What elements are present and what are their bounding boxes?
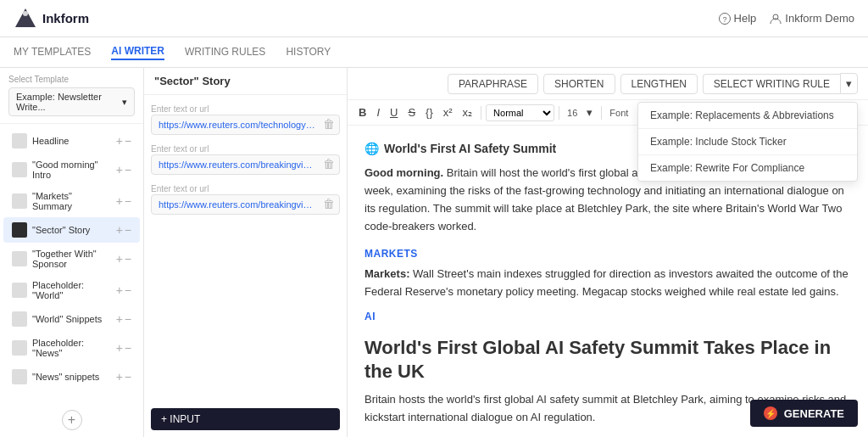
dropdown-item-1[interactable]: Example: Replacements & Abbreviations	[638, 103, 857, 129]
generate-icon: ⚡	[764, 406, 777, 420]
intro-bold: Good morning.	[364, 166, 443, 179]
url-delete-3[interactable]: 🗑	[323, 197, 335, 210]
item-icon	[12, 369, 27, 384]
add-item-button[interactable]: +	[62, 410, 82, 430]
logo: Inkform	[14, 7, 89, 31]
item-icon	[12, 251, 27, 266]
select-writing-rule: SELECT WRITING RULE ▾	[703, 73, 858, 94]
sidebar-item-world-snippets[interactable]: "World" Snippets + −	[3, 306, 140, 332]
url-item-1: Enter text or url https://www.reuters.co…	[151, 102, 340, 135]
paragraph-style-select[interactable]: Normal Heading 1 Heading 2	[486, 104, 554, 121]
tab-my-templates[interactable]: MY TEMPLATES	[14, 46, 91, 59]
chevron-down-icon: ▾	[122, 97, 127, 108]
minus-icon[interactable]: −	[125, 164, 131, 176]
url-label-3: Enter text or url	[151, 184, 209, 193]
item-icon	[12, 311, 27, 327]
font-size-down-button[interactable]: ▾	[582, 104, 597, 121]
logo-text: Inkform	[42, 11, 89, 25]
add-icon[interactable]: +	[116, 284, 123, 296]
url-input-2[interactable]: https://www.reuters.com/breakingviews/br…	[151, 154, 340, 175]
sidebar-items: Headline + − "Good morning" Intro + − "M…	[0, 124, 143, 403]
add-icon[interactable]: +	[116, 135, 123, 147]
url-items: Enter text or url https://www.reuters.co…	[144, 95, 347, 401]
separator-3	[601, 106, 602, 120]
tab-bar: MY TEMPLATES AI WRITER WRITING RULES HIS…	[0, 37, 868, 68]
minus-icon[interactable]: −	[125, 371, 131, 383]
underline-button[interactable]: U	[386, 104, 402, 121]
sidebar-top: Select Template Example: Newsletter Writ…	[0, 68, 143, 124]
url-delete-2[interactable]: 🗑	[323, 157, 335, 171]
minus-icon[interactable]: −	[125, 253, 131, 265]
subscript-button[interactable]: x₂	[459, 104, 477, 121]
help-link[interactable]: ? Help	[719, 12, 757, 25]
italic-button[interactable]: I	[372, 104, 384, 121]
middle-panel: "Sector" Story Enter text or url https:/…	[144, 68, 348, 437]
add-icon[interactable]: +	[116, 313, 123, 325]
minus-icon[interactable]: −	[125, 284, 131, 296]
dropdown-item-3[interactable]: Example: Rewrite For Compliance	[638, 155, 857, 181]
sidebar-item-markets[interactable]: "Markets" Summary + −	[3, 186, 140, 216]
url-label-1: Enter text or url	[151, 104, 209, 114]
help-icon: ?	[719, 13, 731, 25]
section-ai: AI	[364, 309, 851, 325]
sidebar-item-news-snippets[interactable]: "News" snippets + −	[3, 364, 140, 389]
font-size-label: 16	[564, 108, 581, 118]
sidebar-item-good-morning[interactable]: "Good morning" Intro + −	[3, 154, 140, 185]
generate-button[interactable]: ⚡ GENERATE	[750, 400, 858, 427]
middle-header: "Sector" Story	[144, 68, 347, 95]
add-icon[interactable]: +	[116, 253, 123, 265]
svg-text:?: ?	[722, 15, 726, 24]
svg-point-1	[23, 11, 28, 16]
paraphrase-button[interactable]: PARAPHRASE	[448, 74, 538, 94]
template-select[interactable]: Example: Newsletter Write... ▾	[8, 87, 135, 116]
url-label-2: Enter text or url	[151, 144, 209, 154]
code-button[interactable]: {}	[421, 104, 437, 121]
tab-writing-rules[interactable]: WRITING RULES	[185, 46, 265, 59]
minus-icon[interactable]: −	[125, 135, 131, 147]
add-input-button[interactable]: + INPUT	[151, 408, 340, 430]
user-menu[interactable]: Inkform Demo	[770, 12, 854, 25]
url-input-1[interactable]: https://www.reuters.com/technology/brita…	[151, 115, 340, 135]
sidebar-item-placeholder-news[interactable]: Placeholder: "News" + −	[3, 333, 140, 363]
url-input-3[interactable]: https://www.reuters.com/breakingviews/mc…	[151, 194, 340, 215]
url-delete-1[interactable]: 🗑	[323, 117, 335, 131]
add-icon[interactable]: +	[116, 164, 123, 176]
sidebar-item-placeholder-world[interactable]: Placeholder: "World" + −	[3, 275, 140, 305]
item-icon	[12, 162, 27, 177]
dropdown-item-2[interactable]: Example: Include Stock Ticker	[638, 129, 857, 155]
item-icon	[12, 133, 27, 148]
select-template-label: Select Template	[8, 75, 135, 84]
markets-para: Markets: Wall Street's main indexes stru…	[364, 266, 851, 301]
add-icon[interactable]: +	[116, 195, 123, 207]
sidebar-add: +	[0, 403, 143, 437]
minus-icon[interactable]: −	[125, 195, 131, 207]
tab-history[interactable]: HISTORY	[286, 46, 331, 59]
item-icon	[12, 193, 27, 209]
lengthen-button[interactable]: LENGTHEN	[620, 74, 698, 94]
minus-icon[interactable]: −	[125, 313, 131, 325]
minus-icon[interactable]: −	[125, 342, 131, 354]
url-item-2: Enter text or url https://www.reuters.co…	[151, 142, 340, 175]
sidebar-item-headline[interactable]: Headline + −	[3, 128, 140, 154]
item-icon	[12, 340, 27, 356]
font-label: Font	[606, 108, 632, 118]
url-item-3: Enter text or url https://www.reuters.co…	[151, 182, 340, 215]
superscript-button[interactable]: x²	[439, 104, 457, 121]
sidebar-item-together-with[interactable]: "Together With" Sponsor + −	[3, 244, 140, 274]
strikethrough-button[interactable]: S	[403, 104, 420, 121]
add-icon[interactable]: +	[116, 342, 123, 354]
sidebar-item-sector[interactable]: "Sector" Story + −	[3, 217, 140, 243]
shorten-button[interactable]: SHORTEN	[543, 74, 615, 94]
sidebar: Select Template Example: Newsletter Writ…	[0, 68, 144, 437]
bold-button[interactable]: B	[354, 104, 370, 121]
item-icon	[12, 283, 27, 298]
add-icon[interactable]: +	[116, 371, 123, 383]
tab-ai-writer[interactable]: AI WRITER	[111, 45, 164, 60]
add-icon[interactable]: +	[116, 224, 123, 236]
editor-panel: PARAPHRASE SHORTEN LENGTHEN SELECT WRITI…	[348, 68, 868, 437]
minus-icon[interactable]: −	[125, 224, 131, 236]
select-writing-rule-button[interactable]: SELECT WRITING RULE	[703, 74, 840, 94]
editor-toolbar-top: PARAPHRASE SHORTEN LENGTHEN SELECT WRITI…	[348, 68, 868, 100]
writing-rule-dropdown-button[interactable]: ▾	[840, 73, 858, 94]
section-markets: MARKETS	[364, 246, 851, 262]
